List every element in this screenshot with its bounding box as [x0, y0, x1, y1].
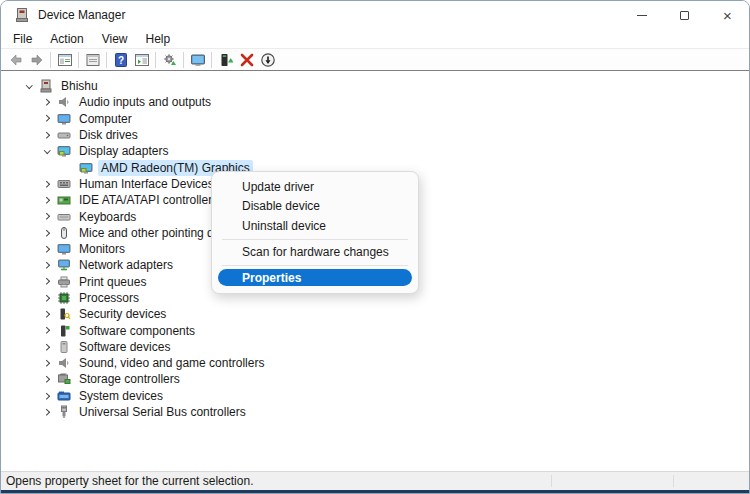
speaker-icon — [57, 356, 71, 370]
toolbar-separator — [183, 52, 184, 68]
tree-item-label: Network adapters — [76, 257, 176, 273]
chevron-right-icon[interactable] — [43, 181, 49, 187]
tree-item-usb-controllers[interactable]: Universal Serial Bus controllers — [1, 404, 749, 420]
close-button[interactable]: × — [706, 1, 749, 29]
computer-icon — [39, 79, 53, 93]
update-driver-icon — [218, 52, 234, 68]
mouse-icon — [57, 226, 71, 240]
chevron-right-icon[interactable] — [43, 246, 49, 252]
chevron-right-icon[interactable] — [43, 393, 49, 399]
help-button[interactable]: ? — [110, 50, 131, 69]
chevron-right-icon[interactable] — [43, 116, 49, 122]
context-menu-item-properties[interactable]: Properties — [218, 269, 412, 286]
usb-icon — [57, 405, 71, 419]
device-manager-app-icon — [14, 7, 30, 23]
minimize-button[interactable] — [620, 1, 663, 29]
context-menu-item-uninstall-device[interactable]: Uninstall device — [212, 216, 418, 236]
tree-item-root[interactable]: Bhishu — [1, 78, 749, 94]
software-component-icon — [57, 324, 71, 338]
tree-item-storage-controllers[interactable]: Storage controllers — [1, 371, 749, 387]
chevron-right-icon[interactable] — [43, 376, 49, 382]
toolbar-separator — [50, 52, 51, 68]
chevron-right-icon[interactable] — [43, 295, 49, 301]
tree-item-security-devices[interactable]: Security devices — [1, 306, 749, 322]
menu-action[interactable]: Action — [41, 31, 92, 47]
window-title: Device Manager — [38, 8, 125, 22]
back-button[interactable] — [5, 50, 26, 69]
security-device-icon — [57, 307, 71, 321]
maximize-button[interactable] — [663, 1, 706, 29]
tree-item-label: Software components — [76, 323, 198, 339]
close-icon: × — [723, 8, 732, 23]
chevron-right-icon[interactable] — [43, 409, 49, 415]
tree-item-audio[interactable]: Audio inputs and outputs — [1, 94, 749, 110]
chevron-right-icon[interactable] — [43, 262, 49, 268]
chevron-right-icon[interactable] — [43, 132, 49, 138]
tree-item-sound-controllers[interactable]: Sound, video and game controllers — [1, 355, 749, 371]
storage-controller-icon — [57, 372, 71, 386]
hid-icon — [57, 177, 71, 191]
context-menu: Update driver Disable device Uninstall d… — [211, 171, 419, 294]
network-adapter-icon — [57, 258, 71, 272]
properties-window-icon — [85, 52, 101, 68]
properties-window-button[interactable] — [82, 50, 103, 69]
menu-help[interactable]: Help — [137, 31, 180, 47]
chevron-right-icon[interactable] — [43, 279, 49, 285]
back-icon — [8, 52, 24, 68]
tree-item-label: Disk drives — [76, 127, 141, 143]
window-bottom-edge — [1, 490, 749, 494]
toolbar: ? — [1, 48, 749, 71]
remote-computer-button[interactable] — [187, 50, 208, 69]
chevron-down-icon[interactable] — [44, 147, 50, 153]
tree-item-label: Security devices — [76, 306, 169, 322]
status-bar-separator — [673, 475, 674, 487]
tree-item-disk-drives[interactable]: Disk drives — [1, 127, 749, 143]
show-console-tree-icon — [57, 52, 73, 68]
disk-icon — [57, 128, 71, 142]
chevron-right-icon[interactable] — [43, 344, 49, 350]
tree-item-label: Keyboards — [76, 209, 139, 225]
update-driver-button[interactable] — [215, 50, 236, 69]
context-menu-item-disable-device[interactable]: Disable device — [212, 197, 418, 217]
menu-view[interactable]: View — [93, 31, 137, 47]
remote-computer-icon — [190, 52, 206, 68]
chevron-right-icon[interactable] — [43, 360, 49, 366]
printer-icon — [57, 275, 71, 289]
chevron-right-icon[interactable] — [43, 311, 49, 317]
chevron-down-icon[interactable] — [26, 82, 32, 88]
context-menu-item-scan-hardware-changes[interactable]: Scan for hardware changes — [212, 243, 418, 263]
tree-item-label: Print queues — [76, 274, 149, 290]
toolbar-separator — [155, 52, 156, 68]
tree-item-system-devices[interactable]: System devices — [1, 388, 749, 404]
tree-item-display-adapters[interactable]: Display adapters — [1, 143, 749, 159]
maximize-icon — [680, 11, 689, 20]
show-console-tree-button[interactable] — [54, 50, 75, 69]
title-bar: Device Manager × — [1, 1, 749, 29]
svg-text:?: ? — [117, 54, 123, 65]
chevron-right-icon[interactable] — [43, 197, 49, 203]
tree-item-label: Sound, video and game controllers — [76, 355, 267, 371]
chevron-right-icon[interactable] — [43, 213, 49, 219]
help-icon: ? — [113, 52, 129, 68]
window-controls: × — [620, 1, 749, 29]
forward-button[interactable] — [26, 50, 47, 69]
tree-item-software-devices[interactable]: Software devices — [1, 339, 749, 355]
uninstall-device-button[interactable] — [236, 50, 257, 69]
context-menu-separator — [222, 239, 408, 240]
speaker-icon — [57, 95, 71, 109]
chevron-right-icon[interactable] — [43, 230, 49, 236]
tree-item-label: Storage controllers — [76, 371, 183, 387]
scan-hardware-changes-button[interactable] — [159, 50, 180, 69]
uninstall-device-icon — [239, 52, 255, 68]
disable-device-button[interactable] — [257, 50, 278, 69]
tree-item-computer[interactable]: Computer — [1, 111, 749, 127]
chevron-right-icon[interactable] — [43, 327, 49, 333]
tree-item-software-components[interactable]: Software components — [1, 322, 749, 338]
tree-item-label: Human Interface Devices — [76, 176, 217, 192]
device-manager-window: Device Manager × File Action View Help ? — [0, 0, 750, 494]
chevron-right-icon[interactable] — [43, 99, 49, 105]
show-action-pane-button[interactable] — [131, 50, 152, 69]
context-menu-item-update-driver[interactable]: Update driver — [212, 177, 418, 197]
menu-file[interactable]: File — [4, 31, 41, 47]
tree-item-label: Monitors — [76, 241, 128, 257]
